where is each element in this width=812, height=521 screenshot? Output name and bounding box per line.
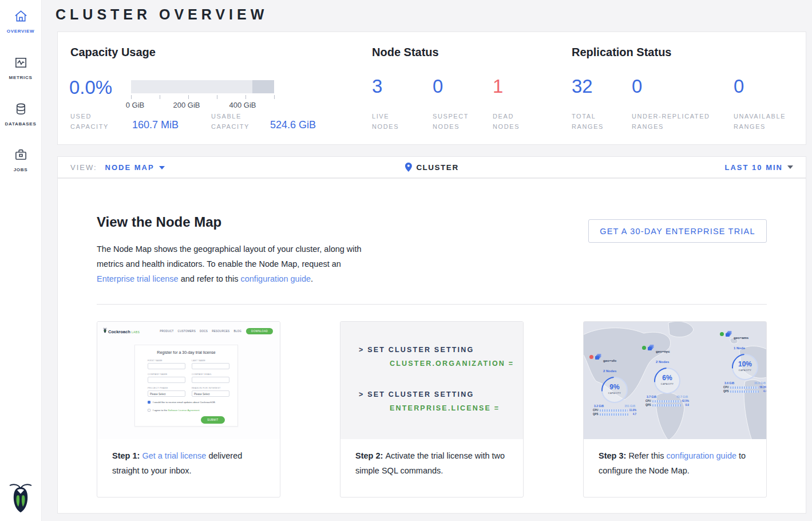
capacity-gauge: 10% CAPACITY xyxy=(732,354,758,380)
database-icon xyxy=(14,102,28,116)
geo-sfo-cluster: geo=sfo2 Nodes 9% CAPACITY 3.2 GiB351 Gi… xyxy=(586,354,643,416)
sql-command-arg: CLUSTER.ORGANIZATION = xyxy=(390,360,514,368)
sidebar: OVERVIEW METRICS DATABASES JOBS xyxy=(0,0,42,521)
node-status-title: Node Status xyxy=(372,46,439,59)
node-map-preview-image: geo=sfo2 Nodes 9% CAPACITY 3.2 GiB351 Gi… xyxy=(584,322,766,439)
page-title: CLUSTER OVERVIEW xyxy=(56,6,268,23)
mini-select: Please Select xyxy=(192,390,229,397)
geo-nyc-cluster: geo=nyc2 Nodes 6% CAPACITY 3.7 GiB43.7 G… xyxy=(639,345,696,406)
sql-commands-illustration: > SET CLUSTER SETTING CLUSTER.ORGANIZATI… xyxy=(340,322,523,439)
section-divider xyxy=(97,304,767,305)
mini-download-button: DOWNLOAD xyxy=(246,328,273,334)
node-map-content-panel: View the Node Map The Node Map shows the… xyxy=(57,178,806,514)
node-map-heading: View the Node Map xyxy=(97,214,221,230)
mini-input xyxy=(148,377,185,383)
cluster-summary-panel: Capacity Usage Node Status Replication S… xyxy=(57,31,806,145)
cluster-breadcrumb: CLUSTER xyxy=(405,163,458,172)
sql-command: > SET CLUSTER SETTING xyxy=(359,390,474,398)
axis-tick xyxy=(217,95,217,99)
configuration-guide-link[interactable]: configuration guide xyxy=(240,274,311,283)
dead-nodes-label: DEADNODES xyxy=(493,111,520,132)
capacity-bar-segment xyxy=(252,80,274,93)
capacity-gauge: 6% CAPACITY xyxy=(654,368,680,394)
mini-submit-button: SUBMIT xyxy=(201,416,225,424)
geo-ams-cluster: geo=ams1 Node 10% CAPACITY 3.6 GiB36.6 G… xyxy=(716,331,767,393)
mini-input xyxy=(192,377,229,383)
chevron-down-icon xyxy=(787,165,793,169)
step3-caption: Step 3: Refer this configuration guide t… xyxy=(584,439,766,478)
trial-license-site-screenshot: Cockroach LABS PRODUCT CUSTOMERS DOCS RE… xyxy=(97,322,280,439)
capacity-usage-title: Capacity Usage xyxy=(70,46,156,59)
replication-status-title: Replication Status xyxy=(572,46,671,59)
mini-beetle-icon xyxy=(103,327,107,333)
get-trial-license-link[interactable]: Get a trial license xyxy=(142,451,206,460)
axis-tick xyxy=(131,95,132,99)
sidebar-item-label: JOBS xyxy=(0,167,41,172)
live-nodes-label: LIVENODES xyxy=(372,111,399,132)
total-ranges-value: 32 xyxy=(572,76,593,97)
sidebar-item-jobs[interactable]: JOBS xyxy=(0,148,41,172)
total-ranges-label: TOTALRANGES xyxy=(572,111,604,132)
step1-caption: Step 1: Get a trial license delivered st… xyxy=(97,439,280,478)
time-range-dropdown[interactable]: LAST 10 MIN xyxy=(725,163,793,172)
mini-trial-form: Register for a 30-day trial license FIRS… xyxy=(134,345,238,427)
axis-tick xyxy=(245,95,246,99)
briefcase-icon xyxy=(14,148,28,162)
under-replicated-ranges-label: UNDER-REPLICATEDRANGES xyxy=(632,111,710,132)
location-pin-icon xyxy=(405,163,411,172)
suspect-nodes-label: SUSPECTNODES xyxy=(433,111,469,132)
dead-nodes-value: 1 xyxy=(493,76,503,97)
capacity-used-percent: 0.0% xyxy=(69,77,112,98)
chevron-down-icon xyxy=(159,166,165,169)
step1-card: Cockroach LABS PRODUCT CUSTOMERS DOCS RE… xyxy=(97,321,280,498)
live-nodes-value: 3 xyxy=(372,76,382,97)
axis-tick xyxy=(160,95,160,99)
enterprise-trial-button[interactable]: GET A 30-DAY ENTERPRISE TRIAL xyxy=(588,219,767,243)
mini-input xyxy=(192,363,229,369)
status-dot-red xyxy=(589,355,593,359)
enterprise-trial-license-link[interactable]: Enterprise trial license xyxy=(97,274,179,283)
mini-select: Please Select xyxy=(148,390,185,397)
step3-card: geo=sfo2 Nodes 9% CAPACITY 3.2 GiB351 Gi… xyxy=(583,321,767,498)
axis-tick-label: 200 GiB xyxy=(167,101,207,109)
unavailable-ranges-label: UNAVAILABLERANGES xyxy=(734,111,786,132)
sidebar-item-label: OVERVIEW xyxy=(0,29,41,34)
cockroach-labs-logo xyxy=(9,481,33,514)
mini-checkbox-checked xyxy=(148,401,150,404)
view-toolbar: VIEW: NODE MAP CLUSTER LAST 10 MIN xyxy=(57,156,806,178)
sidebar-item-label: DATABASES xyxy=(0,121,41,127)
nodes-icon xyxy=(595,354,601,360)
status-dot-green xyxy=(720,332,724,336)
nodes-icon xyxy=(648,345,654,351)
sidebar-item-databases[interactable]: DATABASES xyxy=(0,102,41,127)
step2-card: > SET CLUSTER SETTING CLUSTER.ORGANIZATI… xyxy=(340,321,524,498)
usable-capacity-value: 524.6 GiB xyxy=(270,119,316,131)
mini-input xyxy=(148,363,185,369)
step2-caption: Step 2: Activate the trial license with … xyxy=(340,439,523,478)
sql-command-arg: ENTERPRISE.LICENSE = xyxy=(390,404,500,412)
capacity-gauge: 9% CAPACITY xyxy=(601,377,628,403)
nodes-icon xyxy=(726,331,732,337)
used-capacity-label: USED CAPACITY xyxy=(70,111,122,132)
view-label: VIEW: xyxy=(70,163,97,172)
suspect-nodes-value: 0 xyxy=(433,76,443,97)
mini-cockroach-logo: Cockroach LABS xyxy=(103,327,140,334)
home-icon xyxy=(14,9,28,23)
node-map-description: The Node Map shows the geographical layo… xyxy=(97,242,367,286)
configuration-guide-link[interactable]: configuration guide xyxy=(666,451,736,460)
sidebar-item-label: METRICS xyxy=(0,75,41,80)
sql-command: > SET CLUSTER SETTING xyxy=(359,346,474,354)
axis-tick xyxy=(188,95,189,99)
mini-site-nav: PRODUCT CUSTOMERS DOCS RESOURCES BLOG xyxy=(160,330,241,333)
mini-checkbox xyxy=(148,409,150,412)
axis-tick xyxy=(274,95,275,99)
capacity-bar xyxy=(131,80,274,93)
mini-form-title: Register for a 30-day trial license xyxy=(135,350,237,354)
metrics-chart-icon xyxy=(14,56,28,70)
view-selector-dropdown[interactable]: NODE MAP xyxy=(105,163,165,172)
under-replicated-ranges-value: 0 xyxy=(632,76,642,97)
sidebar-item-metrics[interactable]: METRICS xyxy=(0,56,41,80)
axis-tick-label: 0 GiB xyxy=(115,101,155,109)
unavailable-ranges-value: 0 xyxy=(734,76,744,97)
sidebar-item-overview[interactable]: OVERVIEW xyxy=(0,9,41,34)
